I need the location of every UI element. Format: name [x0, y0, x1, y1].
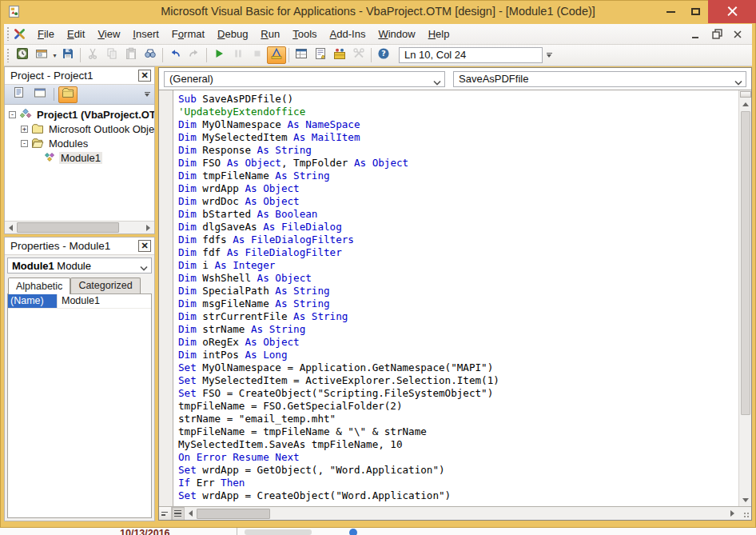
- child-minimize-button[interactable]: [690, 28, 702, 41]
- menu-item-insert[interactable]: Insert: [126, 25, 165, 43]
- properties-panel: Properties - Module1 ✕ Module1 Module Al…: [4, 237, 155, 521]
- code-margin-indicator-bar[interactable]: [159, 90, 173, 506]
- run-sub-button[interactable]: [209, 46, 229, 64]
- insert-userform-icon: [35, 47, 48, 63]
- maximize-icon: [691, 8, 700, 15]
- scroll-down-icon[interactable]: [739, 494, 751, 506]
- property-name-cell[interactable]: (Name): [8, 294, 58, 308]
- toolbar-options-button[interactable]: [543, 47, 555, 64]
- view-microsoft-outlook-button[interactable]: [13, 46, 32, 64]
- scrollbar-thumb[interactable]: [197, 509, 270, 519]
- menu-item-help[interactable]: Help: [422, 25, 456, 43]
- tree-item-module1[interactable]: -Module1: [5, 150, 154, 165]
- tree-item-microsoft-outlook-objec[interactable]: +Microsoft Outlook Objec: [5, 122, 154, 136]
- expander-minus-icon[interactable]: -: [9, 111, 16, 118]
- scroll-up-icon[interactable]: [739, 98, 751, 110]
- paste-button[interactable]: [121, 46, 141, 64]
- project-panel-title: Project - Project1: [10, 70, 94, 82]
- toolbar-separator: [80, 48, 81, 62]
- code-horizontal-scrollbar[interactable]: [197, 507, 726, 520]
- break-button[interactable]: [229, 46, 248, 64]
- cut-button[interactable]: [83, 46, 102, 64]
- view-object-button[interactable]: [30, 86, 50, 103]
- menu-item-add-ins[interactable]: Add-Ins: [324, 25, 372, 43]
- property-value-cell[interactable]: Module1: [58, 294, 104, 308]
- menu-item-file[interactable]: File: [31, 25, 61, 43]
- properties-window-button[interactable]: [311, 46, 330, 64]
- menu-item-run[interactable]: Run: [254, 25, 286, 43]
- tree-item-project1-vbaproject-ot[interactable]: -Project1 (VbaProject.OT: [5, 107, 154, 122]
- project-panel-header[interactable]: Project - Project1 ✕: [5, 67, 154, 85]
- scroll-right-icon[interactable]: [726, 508, 738, 520]
- project-explorer-button[interactable]: [292, 46, 311, 64]
- maximize-button[interactable]: [683, 0, 708, 23]
- panel-toolbar-options-button[interactable]: [141, 86, 153, 103]
- expander-plus-icon[interactable]: +: [21, 126, 28, 133]
- code-line: Set MySelectedItem = ActiveExplorer.Sele…: [178, 374, 738, 387]
- split-handle[interactable]: [740, 91, 751, 98]
- tree-item-label: Module1: [59, 152, 102, 164]
- tab-categorized[interactable]: Categorized: [70, 277, 140, 293]
- menu-item-debug[interactable]: Debug: [211, 25, 254, 43]
- dropdown-arrow-icon[interactable]: ▾: [51, 46, 58, 64]
- properties-panel-close-button[interactable]: ✕: [138, 240, 151, 252]
- toolbar-grip-handle[interactable]: [6, 49, 9, 62]
- vba-project-icon: [19, 108, 32, 121]
- undo-icon: [169, 47, 181, 63]
- tab-alphabetic[interactable]: Alphabetic: [8, 277, 70, 294]
- menu-item-format[interactable]: Format: [165, 25, 211, 43]
- save-button[interactable]: [58, 46, 78, 64]
- scroll-left-icon[interactable]: [185, 508, 197, 520]
- toggle-folders-button[interactable]: [58, 86, 78, 103]
- copy-button[interactable]: [102, 46, 121, 64]
- properties-panel-header[interactable]: Properties - Module1 ✕: [5, 238, 154, 255]
- titlebar[interactable]: Microsoft Visual Basic for Applications …: [0, 0, 756, 24]
- insert-userform-button[interactable]: [32, 46, 51, 64]
- toolbox-button[interactable]: [349, 46, 368, 64]
- minimize-button[interactable]: [659, 0, 683, 23]
- full-module-view-button[interactable]: [172, 507, 185, 520]
- chevron-down-icon: [140, 262, 148, 274]
- menu-item-edit[interactable]: Edit: [61, 25, 91, 43]
- background-bar: [245, 529, 312, 535]
- code-line: Dim fdfs As FileDialogFilters: [178, 234, 738, 246]
- menu-item-tools[interactable]: Tools: [286, 25, 323, 43]
- design-mode-icon: [270, 47, 283, 63]
- code-line: Dim msgFileName As String: [178, 297, 738, 310]
- code-line: Dim FSO As Object, TmpFolder As Object: [178, 157, 738, 170]
- object-browser-button[interactable]: [330, 46, 349, 64]
- reset-button[interactable]: [248, 46, 267, 64]
- help-button[interactable]: ?: [374, 46, 393, 64]
- menu-item-view[interactable]: View: [91, 25, 126, 43]
- tree-item-modules[interactable]: -Modules: [5, 136, 154, 150]
- object-dropdown[interactable]: (General): [164, 71, 445, 87]
- code-line: Dim WshShell As Object: [178, 272, 738, 285]
- undo-button[interactable]: [165, 46, 185, 64]
- code-editor[interactable]: Sub SaveAsPDFfile()'UpdatebyExtendoffice…: [173, 90, 738, 506]
- scroll-left-icon[interactable]: [5, 222, 17, 234]
- folder-open-icon: [31, 137, 44, 150]
- object-selector-dropdown[interactable]: Module1 Module: [7, 258, 152, 273]
- code-vertical-scrollbar[interactable]: [738, 90, 751, 506]
- close-button[interactable]: [708, 0, 756, 23]
- child-restore-button[interactable]: [710, 28, 723, 41]
- find-button[interactable]: [141, 46, 160, 64]
- project-horizontal-scrollbar[interactable]: [5, 221, 154, 234]
- resize-grip[interactable]: [738, 507, 751, 520]
- property-row[interactable]: (Name)Module1: [8, 294, 151, 309]
- line-column-indicator: Ln 10, Col 24: [399, 47, 543, 63]
- menu-item-window[interactable]: Window: [372, 25, 421, 43]
- code-line: Dim oRegEx As Object: [178, 336, 738, 349]
- project-panel-close-button[interactable]: ✕: [138, 70, 151, 82]
- procedure-dropdown[interactable]: SaveAsPDFfile: [453, 71, 746, 87]
- child-close-button[interactable]: [731, 28, 744, 41]
- redo-button[interactable]: [185, 46, 204, 64]
- menubar-grip-handle[interactable]: [6, 27, 9, 41]
- scrollbar-thumb[interactable]: [17, 222, 119, 233]
- design-mode-button[interactable]: [267, 46, 286, 64]
- view-code-button[interactable]: [10, 86, 29, 103]
- expander-minus-icon[interactable]: -: [21, 140, 28, 147]
- procedure-view-button[interactable]: [159, 507, 172, 520]
- scroll-right-icon[interactable]: [142, 222, 154, 234]
- scrollbar-thumb[interactable]: [741, 111, 750, 415]
